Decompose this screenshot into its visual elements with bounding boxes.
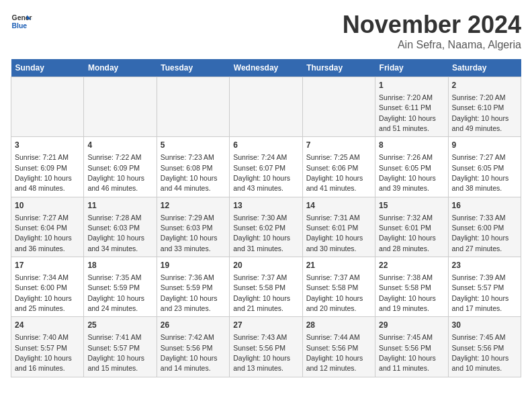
calendar-week-2: 3Sunrise: 7:21 AM Sunset: 6:09 PM Daylig… — [11, 137, 521, 197]
day-info: Sunrise: 7:26 AM Sunset: 6:05 PM Dayligh… — [379, 153, 436, 192]
calendar-cell: 8Sunrise: 7:26 AM Sunset: 6:05 PM Daylig… — [375, 137, 448, 197]
day-number: 24 — [15, 320, 80, 331]
calendar-cell: 29Sunrise: 7:45 AM Sunset: 5:56 PM Dayli… — [375, 317, 448, 377]
day-number: 8 — [379, 140, 444, 151]
day-number: 25 — [87, 320, 152, 331]
header-day-thursday: Thursday — [302, 59, 375, 77]
calendar-cell: 15Sunrise: 7:32 AM Sunset: 6:01 PM Dayli… — [375, 197, 448, 257]
page-title: November 2024 — [343, 11, 521, 39]
day-info: Sunrise: 7:29 AM Sunset: 6:03 PM Dayligh… — [161, 214, 218, 253]
day-info: Sunrise: 7:37 AM Sunset: 5:58 PM Dayligh… — [306, 273, 363, 312]
calendar-body: 1Sunrise: 7:20 AM Sunset: 6:11 PM Daylig… — [11, 77, 521, 377]
day-info: Sunrise: 7:28 AM Sunset: 6:03 PM Dayligh… — [87, 214, 144, 253]
calendar-cell: 23Sunrise: 7:39 AM Sunset: 5:57 PM Dayli… — [448, 257, 521, 317]
header-day-friday: Friday — [375, 59, 448, 77]
day-number: 29 — [379, 320, 444, 331]
header-day-sunday: Sunday — [11, 59, 84, 77]
day-number: 26 — [161, 320, 226, 331]
calendar-table: SundayMondayTuesdayWednesdayThursdayFrid… — [11, 59, 521, 377]
header-day-saturday: Saturday — [448, 59, 521, 77]
day-number: 3 — [15, 140, 80, 151]
day-number: 11 — [87, 200, 152, 212]
day-info: Sunrise: 7:41 AM Sunset: 5:57 PM Dayligh… — [87, 333, 144, 372]
day-number: 1 — [379, 80, 444, 91]
day-number: 7 — [306, 140, 371, 151]
calendar-cell: 24Sunrise: 7:40 AM Sunset: 5:57 PM Dayli… — [11, 317, 84, 377]
calendar-cell: 3Sunrise: 7:21 AM Sunset: 6:09 PM Daylig… — [11, 137, 84, 197]
day-number: 30 — [452, 320, 517, 331]
header-day-monday: Monday — [84, 59, 157, 77]
calendar-week-5: 24Sunrise: 7:40 AM Sunset: 5:57 PM Dayli… — [11, 317, 521, 377]
day-info: Sunrise: 7:34 AM Sunset: 6:00 PM Dayligh… — [15, 273, 72, 312]
page-header: General Blue November 2024 Ain Sefra, Na… — [11, 11, 521, 51]
day-number: 15 — [379, 200, 444, 212]
header-row: SundayMondayTuesdayWednesdayThursdayFrid… — [11, 59, 521, 77]
calendar-cell: 26Sunrise: 7:42 AM Sunset: 5:56 PM Dayli… — [157, 317, 229, 377]
day-info: Sunrise: 7:27 AM Sunset: 6:04 PM Dayligh… — [15, 214, 72, 253]
day-info: Sunrise: 7:36 AM Sunset: 5:59 PM Dayligh… — [161, 273, 218, 312]
day-number: 16 — [452, 200, 517, 212]
calendar-cell: 9Sunrise: 7:27 AM Sunset: 6:05 PM Daylig… — [448, 137, 521, 197]
calendar-cell: 1Sunrise: 7:20 AM Sunset: 6:11 PM Daylig… — [375, 77, 448, 137]
day-number: 21 — [306, 260, 371, 271]
calendar-week-4: 17Sunrise: 7:34 AM Sunset: 6:00 PM Dayli… — [11, 257, 521, 317]
header-day-wednesday: Wednesday — [230, 59, 302, 77]
calendar-cell: 10Sunrise: 7:27 AM Sunset: 6:04 PM Dayli… — [11, 197, 84, 257]
header-day-tuesday: Tuesday — [157, 59, 229, 77]
day-info: Sunrise: 7:45 AM Sunset: 5:56 PM Dayligh… — [379, 333, 436, 372]
day-number: 12 — [161, 200, 226, 212]
day-number: 18 — [87, 260, 152, 271]
calendar-cell: 2Sunrise: 7:20 AM Sunset: 6:10 PM Daylig… — [448, 77, 521, 137]
day-number: 22 — [379, 260, 444, 271]
day-info: Sunrise: 7:45 AM Sunset: 5:56 PM Dayligh… — [452, 333, 509, 372]
calendar-header: SundayMondayTuesdayWednesdayThursdayFrid… — [11, 59, 521, 77]
day-number: 23 — [452, 260, 517, 271]
calendar-week-1: 1Sunrise: 7:20 AM Sunset: 6:11 PM Daylig… — [11, 77, 521, 137]
day-number: 9 — [452, 140, 517, 151]
day-info: Sunrise: 7:44 AM Sunset: 5:56 PM Dayligh… — [306, 333, 363, 372]
day-number: 17 — [15, 260, 80, 271]
calendar-cell: 19Sunrise: 7:36 AM Sunset: 5:59 PM Dayli… — [157, 257, 229, 317]
day-number: 2 — [452, 80, 517, 91]
calendar-week-3: 10Sunrise: 7:27 AM Sunset: 6:04 PM Dayli… — [11, 197, 521, 257]
calendar-cell: 16Sunrise: 7:33 AM Sunset: 6:00 PM Dayli… — [448, 197, 521, 257]
day-number: 6 — [233, 140, 298, 151]
calendar-cell: 6Sunrise: 7:24 AM Sunset: 6:07 PM Daylig… — [230, 137, 302, 197]
logo-icon: General Blue — [11, 11, 32, 32]
day-info: Sunrise: 7:27 AM Sunset: 6:05 PM Dayligh… — [452, 153, 509, 192]
day-info: Sunrise: 7:21 AM Sunset: 6:09 PM Dayligh… — [15, 153, 72, 192]
calendar-cell — [302, 77, 375, 137]
title-block: November 2024 Ain Sefra, Naama, Algeria — [343, 11, 521, 51]
calendar-cell — [157, 77, 229, 137]
day-info: Sunrise: 7:24 AM Sunset: 6:07 PM Dayligh… — [233, 153, 290, 192]
calendar-cell: 27Sunrise: 7:43 AM Sunset: 5:56 PM Dayli… — [230, 317, 302, 377]
calendar-cell — [11, 77, 84, 137]
calendar-cell: 21Sunrise: 7:37 AM Sunset: 5:58 PM Dayli… — [302, 257, 375, 317]
day-info: Sunrise: 7:33 AM Sunset: 6:00 PM Dayligh… — [452, 214, 509, 253]
calendar-cell: 7Sunrise: 7:25 AM Sunset: 6:06 PM Daylig… — [302, 137, 375, 197]
calendar-cell — [230, 77, 302, 137]
day-number: 27 — [233, 320, 298, 331]
calendar-cell: 17Sunrise: 7:34 AM Sunset: 6:00 PM Dayli… — [11, 257, 84, 317]
calendar-cell: 13Sunrise: 7:30 AM Sunset: 6:02 PM Dayli… — [230, 197, 302, 257]
day-info: Sunrise: 7:20 AM Sunset: 6:10 PM Dayligh… — [452, 93, 509, 132]
day-info: Sunrise: 7:30 AM Sunset: 6:02 PM Dayligh… — [233, 214, 290, 253]
day-number: 10 — [15, 200, 80, 212]
calendar-cell: 20Sunrise: 7:37 AM Sunset: 5:58 PM Dayli… — [230, 257, 302, 317]
day-info: Sunrise: 7:32 AM Sunset: 6:01 PM Dayligh… — [379, 214, 436, 253]
day-number: 13 — [233, 200, 298, 212]
day-number: 4 — [87, 140, 152, 151]
day-info: Sunrise: 7:43 AM Sunset: 5:56 PM Dayligh… — [233, 333, 290, 372]
day-info: Sunrise: 7:20 AM Sunset: 6:11 PM Dayligh… — [379, 93, 436, 132]
day-info: Sunrise: 7:31 AM Sunset: 6:01 PM Dayligh… — [306, 214, 363, 253]
calendar-cell: 18Sunrise: 7:35 AM Sunset: 5:59 PM Dayli… — [84, 257, 157, 317]
calendar-cell: 12Sunrise: 7:29 AM Sunset: 6:03 PM Dayli… — [157, 197, 229, 257]
day-number: 28 — [306, 320, 371, 331]
day-number: 14 — [306, 200, 371, 212]
calendar-cell — [84, 77, 157, 137]
day-info: Sunrise: 7:22 AM Sunset: 6:09 PM Dayligh… — [87, 153, 144, 192]
calendar-cell: 14Sunrise: 7:31 AM Sunset: 6:01 PM Dayli… — [302, 197, 375, 257]
day-info: Sunrise: 7:23 AM Sunset: 6:08 PM Dayligh… — [161, 153, 218, 192]
calendar-cell: 25Sunrise: 7:41 AM Sunset: 5:57 PM Dayli… — [84, 317, 157, 377]
calendar-cell: 5Sunrise: 7:23 AM Sunset: 6:08 PM Daylig… — [157, 137, 229, 197]
